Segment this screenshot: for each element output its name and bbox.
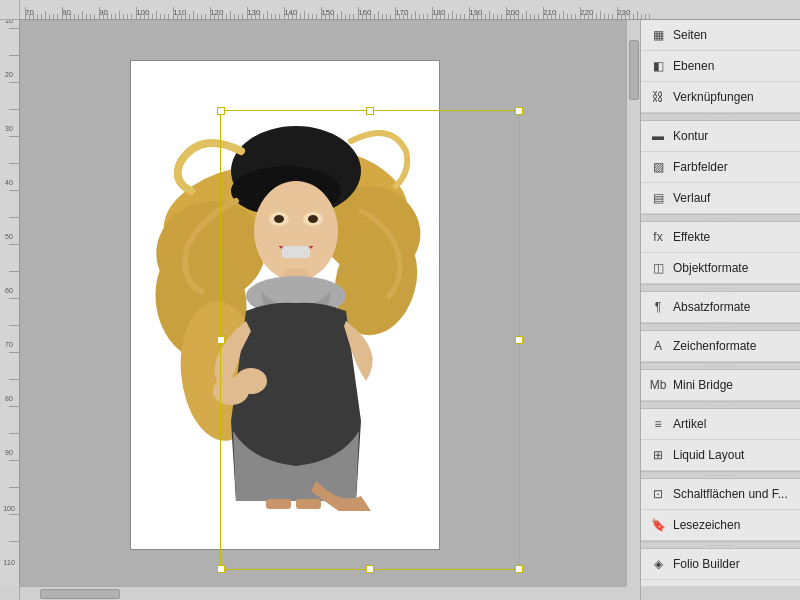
farbfelder-label: Farbfelder (673, 160, 728, 174)
scrollbar-horizontal[interactable] (20, 586, 626, 600)
schaltflaechen-label: Schaltflächen und F... (673, 487, 788, 501)
main-area: 1020304050607080901001101201301401501601… (0, 20, 800, 586)
effekte-icon: fx (649, 228, 667, 246)
panel-item-liquid-layout[interactable]: ⊞Liquid Layout (641, 440, 800, 471)
lesezeichen-icon: 🔖 (649, 516, 667, 534)
ruler-mark-v: 50 (5, 233, 13, 251)
svg-rect-15 (282, 246, 310, 258)
objektformate-label: Objektformate (673, 261, 748, 275)
panel-item-kontur[interactable]: ▬Kontur (641, 121, 800, 152)
corner-bottom-left (0, 586, 20, 600)
panel-item-folio-builder[interactable]: ◈Folio Builder (641, 549, 800, 580)
artikel-label: Artikel (673, 417, 706, 431)
panel-separator (641, 362, 800, 370)
lesezeichen-label: Lesezeichen (673, 518, 740, 532)
svg-point-19 (235, 368, 267, 394)
panel-item-seiten[interactable]: ▦Seiten (641, 20, 800, 51)
handle-bottom-right[interactable] (515, 565, 523, 573)
vertical-ruler: 1020304050607080901001101201301401501601… (0, 20, 20, 586)
ruler-mark-v: 90 (5, 449, 13, 467)
ruler-mark-v: 70 (5, 341, 13, 359)
artikel-icon: ≡ (649, 415, 667, 433)
handle-bottom-left[interactable] (217, 565, 225, 573)
ruler-mark-v: 30 (5, 125, 13, 143)
handle-top-right[interactable] (515, 107, 523, 115)
ruler-corner (0, 0, 20, 20)
canvas-page (130, 60, 440, 550)
folio-builder-label: Folio Builder (673, 557, 740, 571)
panel-item-verknuepfungen[interactable]: ⛓Verknüpfungen (641, 82, 800, 113)
folio-builder-icon: ◈ (649, 555, 667, 573)
effekte-label: Effekte (673, 230, 710, 244)
ruler-mark-v: 80 (5, 395, 13, 413)
canvas-area[interactable] (20, 20, 626, 586)
panel-item-ebenen[interactable]: ◧Ebenen (641, 51, 800, 82)
scroll-thumb-horizontal[interactable] (40, 589, 120, 599)
absatzformate-icon: ¶ (649, 298, 667, 316)
verlauf-label: Verlauf (673, 191, 710, 205)
panel-separator (641, 284, 800, 292)
zeichenformate-label: Zeichenformate (673, 339, 756, 353)
schaltflaechen-icon: ⊡ (649, 485, 667, 503)
panel-item-zeichenformate[interactable]: AZeichenformate (641, 331, 800, 362)
scroll-thumb-vertical[interactable] (629, 40, 639, 100)
verlauf-icon: ▤ (649, 189, 667, 207)
horizontal-ruler: 7080901001101201301401501601701801902002… (20, 0, 800, 20)
panel-item-farbfelder[interactable]: ▨Farbfelder (641, 152, 800, 183)
image-frame (151, 71, 421, 511)
scrollbar-vertical[interactable] (626, 20, 640, 586)
svg-point-14 (308, 215, 318, 223)
panel-separator (641, 214, 800, 222)
ebenen-icon: ◧ (649, 57, 667, 75)
svg-rect-20 (266, 499, 291, 509)
right-panel: ▦Seiten◧Ebenen⛓Verknüpfungen▬Kontur▨Farb… (640, 20, 800, 586)
liquid-layout-icon: ⊞ (649, 446, 667, 464)
svg-point-10 (254, 181, 338, 281)
mini-bridge-icon: Mb (649, 376, 667, 394)
ruler-mark-v: 110 (3, 559, 15, 577)
kontur-label: Kontur (673, 129, 708, 143)
verknuepfungen-label: Verknüpfungen (673, 90, 754, 104)
panel-item-verlauf[interactable]: ▤Verlauf (641, 183, 800, 214)
ebenen-label: Ebenen (673, 59, 714, 73)
bottom-area (0, 586, 800, 600)
panel-item-mini-bridge[interactable]: MbMini Bridge (641, 370, 800, 401)
seiten-label: Seiten (673, 28, 707, 42)
ruler-mark-v: 40 (5, 179, 13, 197)
panel-item-lesezeichen[interactable]: 🔖Lesezeichen (641, 510, 800, 541)
handle-middle-right[interactable] (515, 336, 523, 344)
top-ruler-bar: 7080901001101201301401501601701801902002… (0, 0, 800, 20)
ruler-mark-v: 20 (5, 71, 13, 89)
absatzformate-label: Absatzformate (673, 300, 750, 314)
svg-rect-21 (296, 499, 321, 509)
objektformate-icon: ◫ (649, 259, 667, 277)
seiten-icon: ▦ (649, 26, 667, 44)
liquid-layout-label: Liquid Layout (673, 448, 744, 462)
panel-item-schaltflaechen[interactable]: ⊡Schaltflächen und F... (641, 479, 800, 510)
panel-item-effekte[interactable]: fxEffekte (641, 222, 800, 253)
zeichenformate-icon: A (649, 337, 667, 355)
farbfelder-icon: ▨ (649, 158, 667, 176)
ruler-mark-v: 60 (5, 287, 13, 305)
kontur-icon: ▬ (649, 127, 667, 145)
mini-bridge-label: Mini Bridge (673, 378, 733, 392)
panel-item-absatzformate[interactable]: ¶Absatzformate (641, 292, 800, 323)
woman-svg (151, 71, 421, 511)
panel-separator (641, 541, 800, 549)
panel-separator (641, 113, 800, 121)
svg-point-13 (274, 215, 284, 223)
panel-item-objektformate[interactable]: ◫Objektformate (641, 253, 800, 284)
panel-separator (641, 471, 800, 479)
handle-bottom-middle[interactable] (366, 565, 374, 573)
verknuepfungen-icon: ⛓ (649, 88, 667, 106)
panel-bottom-spacer (640, 586, 800, 600)
corner-bottom-right (626, 586, 640, 600)
panel-separator (641, 401, 800, 409)
panel-separator (641, 323, 800, 331)
panel-item-artikel[interactable]: ≡Artikel (641, 409, 800, 440)
